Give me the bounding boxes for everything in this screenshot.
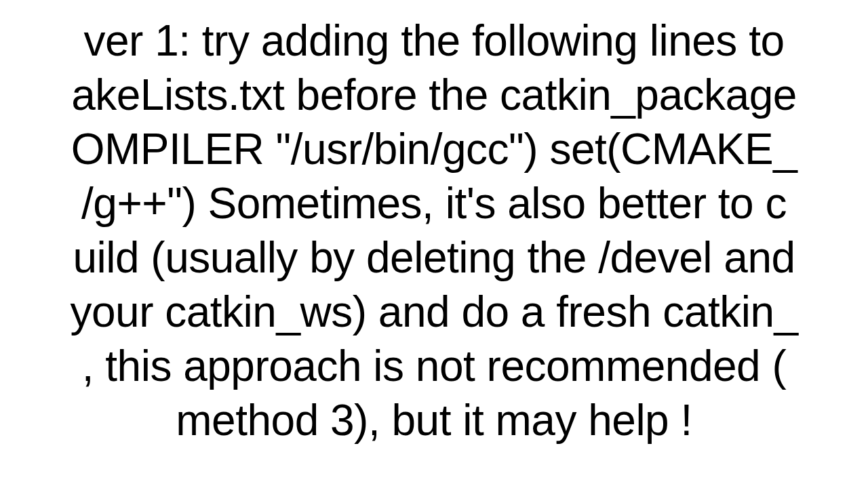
line-6: your catkin_ws) and do a fresh catkin_	[70, 287, 797, 336]
line-7: , this approach is not recommended (	[82, 342, 787, 390]
line-1: ver 1: try adding the following lines to	[83, 16, 784, 65]
line-2: akeLists.txt before the catkin_package	[71, 70, 797, 119]
line-3: OMPILER "/usr/bin/gcc") set(CMAKE_	[71, 125, 797, 174]
line-4: /g++") Sometimes, it's also better to c	[81, 179, 787, 228]
line-8: method 3), but it may help !	[176, 396, 692, 445]
answer-text: ver 1: try adding the following lines to…	[0, 14, 868, 447]
line-5: uild (usually by deleting the /devel and	[73, 233, 795, 282]
